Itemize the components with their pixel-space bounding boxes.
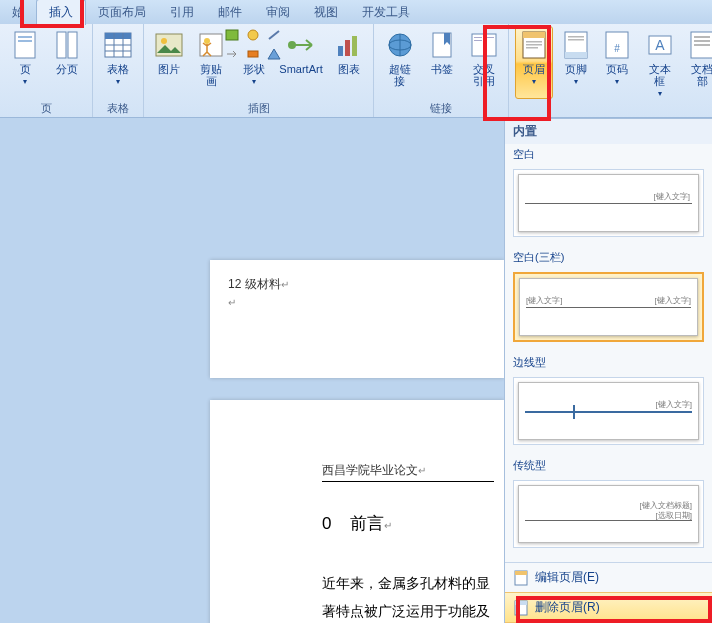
- crossref-icon: [468, 29, 500, 61]
- button-header-label: 页眉: [523, 63, 545, 75]
- svg-rect-30: [486, 37, 494, 38]
- button-parts[interactable]: 文档部: [683, 26, 712, 99]
- chevron-down-icon: ▾: [658, 89, 662, 98]
- svg-rect-2: [18, 40, 32, 42]
- button-shapes[interactable]: 形状 ▾: [235, 26, 273, 88]
- chevron-down-icon: ▾: [23, 77, 27, 86]
- gallery-footer: 编辑页眉(E) 删除页眉(R): [505, 562, 712, 623]
- button-section-break[interactable]: 分页: [48, 26, 86, 87]
- menu-remove-header[interactable]: 删除页眉(R): [505, 592, 712, 623]
- svg-rect-17: [248, 51, 258, 57]
- tab-reference[interactable]: 引用: [158, 0, 206, 25]
- button-crossref[interactable]: 交叉 引用: [465, 26, 503, 88]
- heading-number: 0: [322, 514, 331, 533]
- page1-header-text: 12 级材料: [228, 277, 281, 291]
- button-hyperlink-label: 超链接: [383, 63, 416, 87]
- smartart-icon: [285, 29, 317, 61]
- tab-mail[interactable]: 邮件: [206, 0, 254, 25]
- pagenum-icon: #: [601, 29, 633, 61]
- button-chart[interactable]: 图表: [330, 26, 368, 88]
- tab-begin[interactable]: 始: [0, 0, 36, 25]
- group-links: 超链接 书签 交叉 引用 链接: [374, 24, 509, 117]
- svg-rect-20: [345, 40, 350, 56]
- tab-review[interactable]: 审阅: [254, 0, 302, 25]
- svg-text:A: A: [655, 37, 665, 53]
- svg-rect-19: [338, 46, 343, 56]
- button-smartart[interactable]: SmartArt: [276, 26, 325, 88]
- svg-rect-46: [694, 40, 710, 42]
- svg-rect-32: [523, 32, 545, 38]
- gallery-item-border[interactable]: [键入文字]: [513, 377, 704, 445]
- preview-placeholder: [键入文字]: [656, 399, 692, 410]
- button-header[interactable]: 页眉 ▾: [515, 26, 553, 99]
- svg-rect-51: [515, 601, 527, 605]
- group-tables: 表格 ▾ 表格: [93, 24, 144, 117]
- svg-rect-15: [226, 30, 238, 40]
- chevron-down-icon: ▾: [116, 77, 120, 86]
- button-hyperlink[interactable]: 超链接: [380, 26, 419, 88]
- button-picture-label: 图片: [158, 63, 180, 75]
- paragraph-mark-icon: ↵: [418, 465, 426, 476]
- chart-icon: [333, 29, 365, 61]
- gallery-caption-trad: 传统型: [505, 455, 712, 476]
- svg-rect-3: [57, 32, 66, 58]
- svg-rect-13: [200, 34, 222, 56]
- ribbon: 页 ▾ 分页 页 表格 ▾ 表格: [0, 24, 712, 118]
- group-hf-label: [515, 102, 712, 117]
- chevron-down-icon: ▾: [615, 77, 619, 86]
- button-footer-label: 页脚: [565, 63, 587, 75]
- svg-rect-34: [526, 44, 542, 46]
- body-paragraph: 近年来，金属多孔材料的显著特点被广泛运用于功能及结构双重属性的特金属纤维等作为基…: [322, 569, 504, 623]
- page-current[interactable]: 西昌学院毕业论文↵ 0 前言↵ 近年来，金属多孔材料的显著特点被广泛运用于功能及…: [210, 400, 504, 623]
- group-pages-label: 页: [6, 99, 86, 117]
- svg-rect-39: [568, 39, 584, 41]
- tab-dev[interactable]: 开发工具: [350, 0, 422, 25]
- button-footer[interactable]: 页脚 ▾: [557, 26, 595, 99]
- button-page[interactable]: 页 ▾: [6, 26, 44, 87]
- gallery-section-builtin: 内置: [505, 119, 712, 144]
- svg-rect-33: [526, 41, 542, 43]
- group-header-footer: 页眉 ▾ 页脚 ▾ # 页码 ▾ A 文本框: [509, 24, 712, 117]
- button-table[interactable]: 表格 ▾: [99, 26, 137, 87]
- remove-header-icon: [513, 600, 529, 616]
- shapes-icon: [238, 29, 270, 61]
- table-icon: [102, 29, 134, 61]
- button-bookmark-label: 书签: [431, 63, 453, 75]
- bookmark-icon: [426, 29, 458, 61]
- svg-rect-35: [526, 47, 538, 49]
- preview-placeholder: [键入文字]: [655, 295, 691, 306]
- svg-rect-4: [68, 32, 77, 58]
- menu-edit-header-label: 编辑页眉(E): [535, 569, 599, 586]
- menu-edit-header[interactable]: 编辑页眉(E): [505, 563, 712, 592]
- button-pagenum[interactable]: # 页码 ▾: [599, 26, 637, 99]
- tab-insert[interactable]: 插入: [36, 0, 86, 25]
- menu-remove-header-label: 删除页眉(R): [535, 599, 600, 616]
- group-illustrations: 图片 剪贴画 形状: [144, 24, 374, 117]
- gallery-caption-blank: 空白: [505, 144, 712, 165]
- button-picture[interactable]: 图片: [150, 26, 188, 88]
- gallery-item-trad[interactable]: [键入文档标题] [选取日期]: [513, 480, 704, 548]
- section-break-icon: [51, 29, 83, 61]
- button-crossref-label: 交叉 引用: [473, 63, 495, 87]
- parts-icon: [686, 29, 712, 61]
- gallery-item-blank3[interactable]: [键入文字] [键入文字]: [513, 272, 704, 342]
- header-gallery: 内置 空白 [键入文字] 空白(三栏) [键入文字] [键入文字] 边线型 [键…: [504, 118, 712, 623]
- page2-header-text: 西昌学院毕业论文: [322, 463, 418, 477]
- button-chart-label: 图表: [338, 63, 360, 75]
- gallery-item-blank[interactable]: [键入文字]: [513, 169, 704, 237]
- group-illustrations-label: 插图: [150, 99, 367, 117]
- button-parts-label: 文档部: [686, 63, 712, 87]
- button-textbox[interactable]: A 文本框 ▾: [640, 26, 679, 99]
- tab-view[interactable]: 视图: [302, 0, 350, 25]
- page-icon: [9, 29, 41, 61]
- svg-point-14: [204, 38, 210, 44]
- button-section-label: 分页: [56, 63, 78, 75]
- svg-rect-38: [568, 36, 584, 38]
- paragraph-mark-icon: ↵: [228, 297, 486, 308]
- svg-point-16: [248, 30, 258, 40]
- group-links-label: 链接: [380, 99, 502, 117]
- page-prev[interactable]: 12 级材料↵ ↵: [210, 260, 504, 378]
- button-pagenum-label: 页码: [606, 63, 628, 75]
- tab-page-layout[interactable]: 页面布局: [86, 0, 158, 25]
- button-bookmark[interactable]: 书签: [423, 26, 461, 88]
